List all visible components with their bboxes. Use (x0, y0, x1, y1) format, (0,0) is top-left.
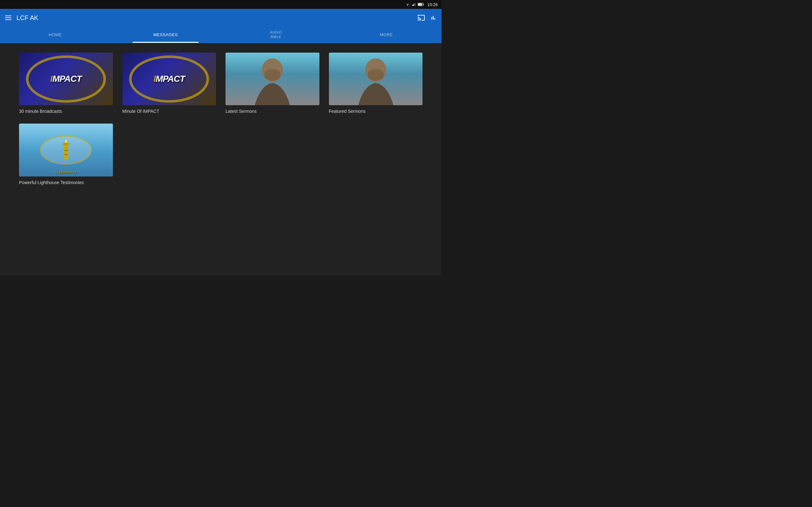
cast-button[interactable] (417, 14, 425, 21)
media-label-latest-sermons: Latest Sermons (225, 108, 319, 114)
thumbnail-minute-impact: IMPACT (122, 53, 216, 105)
status-bar: 10:26 (0, 0, 442, 9)
svg-point-16 (65, 140, 67, 143)
media-label-lighthouse: Powerful Lighthouse Testimonies (19, 180, 113, 185)
svg-rect-11 (64, 145, 68, 159)
tab-home[interactable]: HOME (0, 26, 110, 43)
svg-rect-3 (415, 3, 415, 6)
svg-rect-5 (423, 4, 424, 5)
menu-button[interactable] (5, 15, 11, 20)
svg-point-10 (367, 69, 384, 81)
thumbnail-lighthouse: Lighthouse (19, 124, 113, 176)
svg-rect-2 (414, 3, 415, 6)
cell-signal-icon (412, 3, 416, 6)
media-label-minute-impact: Minute Of IMPACT (122, 108, 216, 114)
impact-logo-1: IMPACT (50, 74, 82, 84)
svg-point-8 (264, 69, 281, 81)
lighthouse-thumb: Lighthouse (19, 124, 113, 176)
thumbnail-latest-sermons (225, 53, 319, 105)
lighthouse-label: Lighthouse (19, 170, 113, 174)
media-item-featured-sermons[interactable]: Featured Sermons (329, 53, 423, 114)
tab-more[interactable]: MORE (331, 26, 442, 43)
person-thumb-1 (225, 53, 319, 105)
impact-thumb-2: IMPACT (122, 53, 216, 105)
svg-rect-15 (64, 154, 67, 155)
status-icons: 10:26 (405, 2, 438, 7)
svg-rect-1 (413, 4, 414, 6)
media-label-broadcasts: 30 minute Broadcasts (19, 108, 113, 114)
thumbnail-broadcasts: IMPACT (19, 53, 113, 105)
person-thumb-2 (329, 53, 423, 105)
hamburger-line-1 (5, 15, 11, 16)
app-title: LCF AK (16, 14, 412, 21)
status-time: 10:26 (427, 2, 438, 7)
tab-messages[interactable]: MESSAGES (110, 26, 221, 43)
hamburger-line-2 (5, 17, 11, 18)
wifi-icon (405, 3, 410, 6)
thumbnail-featured-sermons (329, 53, 423, 105)
main-content: IMPACT 30 minute Broadcasts IMPACT Minut… (0, 43, 442, 276)
media-item-lighthouse[interactable]: Lighthouse Powerful Lighthouse Testimoni… (19, 124, 113, 185)
battery-icon (418, 3, 424, 6)
app-bar: LCF AK (0, 9, 442, 26)
media-label-featured-sermons: Featured Sermons (329, 108, 423, 114)
media-item-minute-impact[interactable]: IMPACT Minute Of IMPACT (122, 53, 216, 114)
svg-rect-14 (64, 150, 67, 151)
media-item-latest-sermons[interactable]: Latest Sermons (225, 53, 319, 114)
analytics-button[interactable] (430, 14, 437, 21)
impact-logo-2: IMPACT (154, 74, 185, 84)
lighthouse-circle (40, 135, 92, 164)
hamburger-line-3 (5, 19, 11, 20)
media-item-broadcasts[interactable]: IMPACT 30 minute Broadcasts (19, 53, 113, 114)
impact-thumb-1: IMPACT (19, 53, 113, 105)
svg-rect-6 (418, 3, 422, 5)
svg-rect-13 (62, 143, 69, 145)
nav-tabs: HOME MESSAGES AUDIO BIBLE MORE (0, 26, 442, 43)
svg-rect-0 (412, 5, 413, 6)
tab-audio-bible[interactable]: AUDIO BIBLE (221, 26, 331, 43)
